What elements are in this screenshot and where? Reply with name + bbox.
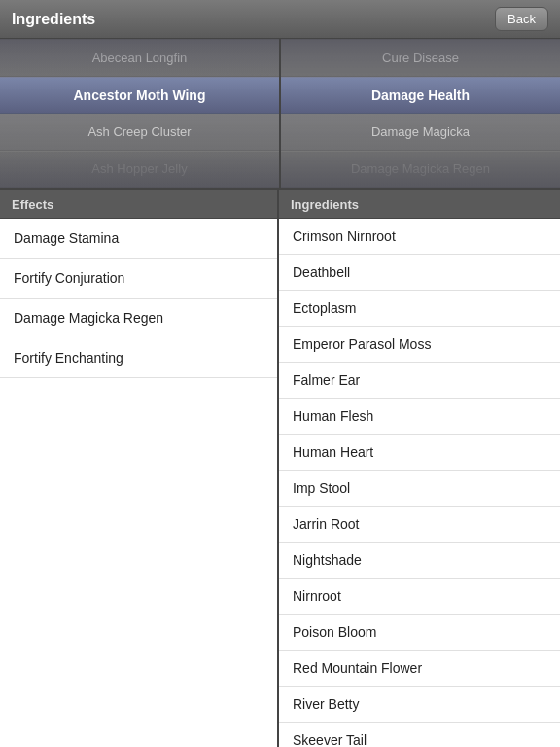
ingredients-list-item[interactable]: Imp Stool (279, 471, 560, 507)
ingredients-list-item[interactable]: Poison Bloom (279, 615, 560, 651)
effects-list-item[interactable]: Damage Magicka Regen (0, 299, 277, 338)
ingredients-list-item[interactable]: River Betty (279, 687, 560, 723)
picker-right-item[interactable]: Damage Magicka Regen (281, 151, 560, 188)
picker-left-item[interactable]: Ancestor Moth Wing (0, 77, 279, 114)
effects-section-header: Effects (0, 190, 277, 219)
header: Ingredients Back (0, 0, 560, 39)
ingredients-list-item[interactable]: Nightshade (279, 543, 560, 579)
ingredients-list-item[interactable]: Red Mountain Flower (279, 651, 560, 687)
ingredients-list-item[interactable]: Nirnroot (279, 579, 560, 615)
picker-area[interactable]: Abecean LongfinAncestor Moth WingAsh Cre… (0, 39, 560, 190)
effects-list-item[interactable]: Fortify Conjuration (0, 259, 277, 299)
ingredients-panel: Ingredients Crimson NirnrootDeathbellEct… (279, 190, 560, 747)
picker-right-item[interactable]: Damage Health (281, 77, 560, 114)
ingredients-list-item[interactable]: Emperor Parasol Moss (279, 327, 560, 363)
ingredients-section-header: Ingredients (279, 190, 560, 219)
ingredients-list-item[interactable]: Human Heart (279, 435, 560, 471)
content-area: Effects Damage StaminaFortify Conjuratio… (0, 190, 560, 747)
ingredients-list-item[interactable]: Human Flesh (279, 399, 560, 435)
ingredients-list-item[interactable]: Crimson Nirnroot (279, 219, 560, 255)
picker-left-item[interactable]: Ash Hopper Jelly (0, 151, 279, 188)
picker-right-item[interactable]: Cure Disease (281, 40, 560, 77)
picker-right-item[interactable]: Damage Magicka (281, 114, 560, 151)
ingredients-list-item[interactable]: Skeever Tail (279, 723, 560, 747)
ingredients-list-item[interactable]: Deathbell (279, 255, 560, 291)
effects-list-item[interactable]: Damage Stamina (0, 219, 277, 259)
ingredients-list-item[interactable]: Falmer Ear (279, 363, 560, 399)
effects-list[interactable]: Damage StaminaFortify ConjurationDamage … (0, 219, 277, 747)
picker-left-item[interactable]: Ash Creep Cluster (0, 114, 279, 151)
ingredient-picker-right[interactable]: Cure DiseaseDamage HealthDamage MagickaD… (281, 39, 560, 188)
ingredients-list-item[interactable]: Ectoplasm (279, 291, 560, 327)
ingredient-picker-left[interactable]: Abecean LongfinAncestor Moth WingAsh Cre… (0, 39, 281, 188)
page-title: Ingredients (12, 11, 95, 28)
picker-left-item[interactable]: Abecean Longfin (0, 40, 279, 77)
effects-list-item[interactable]: Fortify Enchanting (0, 338, 277, 378)
ingredients-list[interactable]: Crimson NirnrootDeathbellEctoplasmEmpero… (279, 219, 560, 747)
ingredients-list-item[interactable]: Jarrin Root (279, 507, 560, 543)
effects-panel: Effects Damage StaminaFortify Conjuratio… (0, 190, 279, 747)
back-button[interactable]: Back (495, 7, 548, 31)
